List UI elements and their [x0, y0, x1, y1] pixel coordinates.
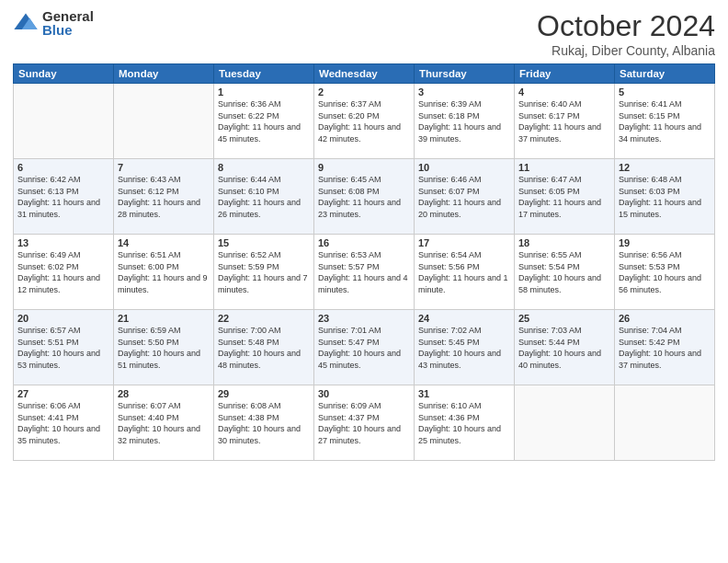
day-number: 3 — [418, 86, 510, 98]
calendar-day: 16Sunrise: 6:53 AM Sunset: 5:57 PM Dayli… — [314, 235, 415, 310]
calendar-day: 30Sunrise: 6:09 AM Sunset: 4:37 PM Dayli… — [314, 385, 415, 461]
calendar-day: 24Sunrise: 7:02 AM Sunset: 5:45 PM Dayli… — [415, 310, 515, 385]
day-info: Sunrise: 6:10 AM Sunset: 4:36 PM Dayligh… — [418, 400, 510, 446]
day-info: Sunrise: 6:39 AM Sunset: 6:18 PM Dayligh… — [418, 98, 510, 144]
logo-general: General — [42, 9, 94, 23]
month-title: October 2024 — [537, 9, 715, 43]
calendar-day: 14Sunrise: 6:51 AM Sunset: 6:00 PM Dayli… — [114, 235, 214, 310]
calendar-day: 21Sunrise: 6:59 AM Sunset: 5:50 PM Dayli… — [114, 310, 214, 385]
day-number: 11 — [518, 162, 610, 173]
calendar-day — [515, 385, 615, 461]
calendar-day: 12Sunrise: 6:48 AM Sunset: 6:03 PM Dayli… — [615, 159, 715, 235]
day-number: 22 — [218, 313, 310, 324]
header-sunday: Sunday — [14, 64, 114, 84]
day-info: Sunrise: 6:53 AM Sunset: 5:57 PM Dayligh… — [318, 249, 410, 295]
calendar-day — [615, 385, 715, 461]
day-info: Sunrise: 6:49 AM Sunset: 6:02 PM Dayligh… — [17, 249, 109, 295]
calendar-day: 18Sunrise: 6:55 AM Sunset: 5:54 PM Dayli… — [515, 235, 615, 310]
logo-icon — [13, 10, 39, 36]
day-number: 1 — [218, 86, 310, 98]
calendar-week-4: 20Sunrise: 6:57 AM Sunset: 5:51 PM Dayli… — [14, 310, 715, 385]
calendar-day: 27Sunrise: 6:06 AM Sunset: 4:41 PM Dayli… — [14, 385, 114, 461]
day-number: 18 — [518, 237, 610, 248]
calendar-day: 25Sunrise: 7:03 AM Sunset: 5:44 PM Dayli… — [515, 310, 615, 385]
day-info: Sunrise: 6:46 AM Sunset: 6:07 PM Dayligh… — [418, 174, 510, 220]
day-number: 7 — [118, 162, 210, 173]
day-info: Sunrise: 6:47 AM Sunset: 6:05 PM Dayligh… — [518, 174, 610, 220]
day-number: 6 — [17, 162, 109, 173]
day-number: 29 — [218, 388, 310, 399]
day-info: Sunrise: 6:41 AM Sunset: 6:15 PM Dayligh… — [619, 98, 711, 144]
calendar-day: 5Sunrise: 6:41 AM Sunset: 6:15 PM Daylig… — [615, 84, 715, 159]
day-number: 13 — [17, 237, 109, 248]
day-number: 31 — [418, 388, 510, 399]
day-number: 20 — [17, 313, 109, 324]
day-info: Sunrise: 6:06 AM Sunset: 4:41 PM Dayligh… — [17, 400, 109, 446]
day-info: Sunrise: 6:45 AM Sunset: 6:08 PM Dayligh… — [318, 174, 410, 220]
calendar-day: 8Sunrise: 6:44 AM Sunset: 6:10 PM Daylig… — [214, 159, 314, 235]
day-info: Sunrise: 6:42 AM Sunset: 6:13 PM Dayligh… — [17, 174, 109, 220]
calendar-day: 19Sunrise: 6:56 AM Sunset: 5:53 PM Dayli… — [615, 235, 715, 310]
day-number: 28 — [118, 388, 210, 399]
day-info: Sunrise: 6:09 AM Sunset: 4:37 PM Dayligh… — [318, 400, 410, 446]
logo-blue: Blue — [42, 23, 94, 37]
calendar-day: 2Sunrise: 6:37 AM Sunset: 6:20 PM Daylig… — [314, 84, 415, 159]
calendar-day: 28Sunrise: 6:07 AM Sunset: 4:40 PM Dayli… — [114, 385, 214, 461]
calendar-week-2: 6Sunrise: 6:42 AM Sunset: 6:13 PM Daylig… — [14, 159, 715, 235]
day-info: Sunrise: 6:57 AM Sunset: 5:51 PM Dayligh… — [17, 325, 109, 371]
day-info: Sunrise: 6:54 AM Sunset: 5:56 PM Dayligh… — [418, 249, 510, 295]
calendar-day: 22Sunrise: 7:00 AM Sunset: 5:48 PM Dayli… — [214, 310, 314, 385]
header-saturday: Saturday — [615, 64, 715, 84]
calendar-day: 13Sunrise: 6:49 AM Sunset: 6:02 PM Dayli… — [14, 235, 114, 310]
day-number: 14 — [118, 237, 210, 248]
page-header: General Blue October 2024 Rukaj, Diber C… — [13, 9, 715, 58]
day-number: 27 — [17, 388, 109, 399]
day-info: Sunrise: 6:43 AM Sunset: 6:12 PM Dayligh… — [118, 174, 210, 220]
logo: General Blue — [13, 9, 94, 37]
header-row: SundayMondayTuesdayWednesdayThursdayFrid… — [14, 64, 715, 84]
calendar-day: 17Sunrise: 6:54 AM Sunset: 5:56 PM Dayli… — [415, 235, 515, 310]
calendar-week-1: 1Sunrise: 6:36 AM Sunset: 6:22 PM Daylig… — [14, 84, 715, 159]
day-info: Sunrise: 6:36 AM Sunset: 6:22 PM Dayligh… — [218, 98, 310, 144]
calendar-week-3: 13Sunrise: 6:49 AM Sunset: 6:02 PM Dayli… — [14, 235, 715, 310]
day-number: 30 — [318, 388, 410, 399]
day-number: 17 — [418, 237, 510, 248]
day-info: Sunrise: 6:51 AM Sunset: 6:00 PM Dayligh… — [118, 249, 210, 295]
day-info: Sunrise: 6:08 AM Sunset: 4:38 PM Dayligh… — [218, 400, 310, 446]
day-info: Sunrise: 7:01 AM Sunset: 5:47 PM Dayligh… — [318, 325, 410, 371]
day-info: Sunrise: 6:55 AM Sunset: 5:54 PM Dayligh… — [518, 249, 610, 295]
day-number: 23 — [318, 313, 410, 324]
title-block: October 2024 Rukaj, Diber County, Albani… — [537, 9, 715, 58]
day-info: Sunrise: 6:48 AM Sunset: 6:03 PM Dayligh… — [619, 174, 711, 220]
calendar-day: 29Sunrise: 6:08 AM Sunset: 4:38 PM Dayli… — [214, 385, 314, 461]
day-number: 16 — [318, 237, 410, 248]
day-number: 5 — [619, 86, 711, 98]
calendar-day: 6Sunrise: 6:42 AM Sunset: 6:13 PM Daylig… — [14, 159, 114, 235]
day-number: 26 — [619, 313, 711, 324]
header-monday: Monday — [114, 64, 214, 84]
day-info: Sunrise: 6:37 AM Sunset: 6:20 PM Dayligh… — [318, 98, 410, 144]
day-number: 2 — [318, 86, 410, 98]
header-tuesday: Tuesday — [214, 64, 314, 84]
day-info: Sunrise: 7:03 AM Sunset: 5:44 PM Dayligh… — [518, 325, 610, 371]
day-number: 10 — [418, 162, 510, 173]
day-info: Sunrise: 6:56 AM Sunset: 5:53 PM Dayligh… — [619, 249, 711, 295]
day-number: 21 — [118, 313, 210, 324]
logo-text: General Blue — [42, 9, 94, 37]
day-info: Sunrise: 6:52 AM Sunset: 5:59 PM Dayligh… — [218, 249, 310, 295]
calendar-day: 7Sunrise: 6:43 AM Sunset: 6:12 PM Daylig… — [114, 159, 214, 235]
day-info: Sunrise: 6:44 AM Sunset: 6:10 PM Dayligh… — [218, 174, 310, 220]
calendar-day: 23Sunrise: 7:01 AM Sunset: 5:47 PM Dayli… — [314, 310, 415, 385]
day-number: 15 — [218, 237, 310, 248]
day-info: Sunrise: 6:59 AM Sunset: 5:50 PM Dayligh… — [118, 325, 210, 371]
day-number: 8 — [218, 162, 310, 173]
day-number: 24 — [418, 313, 510, 324]
calendar-day: 20Sunrise: 6:57 AM Sunset: 5:51 PM Dayli… — [14, 310, 114, 385]
header-friday: Friday — [515, 64, 615, 84]
day-number: 9 — [318, 162, 410, 173]
calendar-day: 26Sunrise: 7:04 AM Sunset: 5:42 PM Dayli… — [615, 310, 715, 385]
day-info: Sunrise: 6:07 AM Sunset: 4:40 PM Dayligh… — [118, 400, 210, 446]
day-number: 12 — [619, 162, 711, 173]
day-number: 4 — [518, 86, 610, 98]
calendar: SundayMondayTuesdayWednesdayThursdayFrid… — [13, 63, 715, 461]
